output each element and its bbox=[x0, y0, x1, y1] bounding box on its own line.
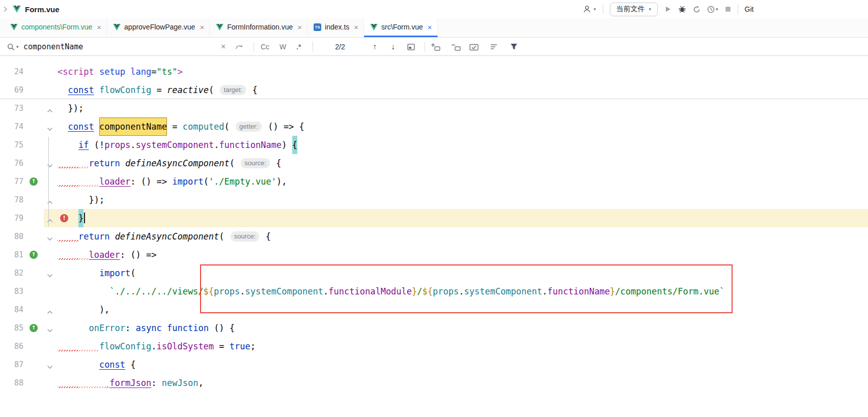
collaboration-button[interactable]: ▾ bbox=[583, 5, 596, 13]
code-line-79[interactable]: 79! } bbox=[0, 209, 868, 227]
typescript-file-icon: TS bbox=[314, 23, 321, 31]
code-line-86[interactable]: 86 flowConfig.isOldSystem = true; bbox=[0, 337, 868, 355]
code-token bbox=[94, 81, 99, 99]
code-token bbox=[58, 337, 99, 355]
search-input[interactable] bbox=[23, 38, 217, 56]
close-icon[interactable]: × bbox=[97, 23, 101, 32]
navigate-up-icon[interactable]: ↑ bbox=[30, 251, 38, 259]
code-token: async bbox=[136, 319, 162, 337]
line-number: 81 bbox=[0, 246, 23, 264]
remove-occurrence-button[interactable] bbox=[451, 38, 461, 56]
code-token: const bbox=[99, 355, 125, 374]
close-icon[interactable]: × bbox=[297, 23, 302, 32]
code-token: functionalModule bbox=[328, 282, 412, 301]
tab-label: src\Form.vue bbox=[381, 23, 423, 31]
code-token: ( bbox=[230, 154, 240, 172]
line-number: 76 bbox=[0, 154, 23, 172]
run-history-button[interactable]: ▾ bbox=[707, 6, 718, 13]
code-line-82[interactable]: 82 import( bbox=[0, 264, 868, 282]
code-line-76[interactable]: 76 return defineAsyncComponent( source: … bbox=[0, 154, 868, 172]
code-token: ), bbox=[276, 172, 287, 191]
search-history-button[interactable]: ▾ bbox=[7, 38, 19, 56]
run-configuration-button[interactable]: 当前文件 ▾ bbox=[610, 3, 658, 16]
code-line-81[interactable]: 81↑ loader: () => bbox=[0, 246, 868, 264]
code-token: newJson bbox=[162, 374, 199, 392]
close-icon[interactable]: × bbox=[428, 23, 432, 32]
open-in-find-window-button[interactable] bbox=[407, 38, 415, 56]
regex-toggle[interactable]: .* bbox=[296, 38, 301, 56]
add-occurrence-button[interactable] bbox=[431, 38, 440, 56]
line-number: 86 bbox=[0, 337, 23, 355]
code-token: props bbox=[104, 136, 130, 154]
tab-src-form-vue[interactable]: src\Form.vue× bbox=[364, 18, 437, 37]
code-token: ( bbox=[219, 227, 229, 246]
code-line-80[interactable]: 80 return defineAsyncComponent( source: … bbox=[0, 227, 868, 246]
user-icon bbox=[583, 5, 593, 13]
tab-label: FormInformation.vue bbox=[227, 23, 293, 31]
tab-components-form-vue[interactable]: components\Form.vue× bbox=[4, 18, 107, 37]
run-button[interactable] bbox=[664, 6, 671, 13]
code-line-78[interactable]: 78 }); bbox=[0, 191, 868, 209]
code-token: const bbox=[68, 81, 94, 99]
code-token: defineAsyncComponent bbox=[115, 227, 219, 246]
code-token bbox=[58, 154, 89, 172]
code-token: functionName bbox=[547, 282, 610, 301]
fold-down-icon[interactable] bbox=[47, 271, 54, 276]
chevron-right-icon bbox=[3, 6, 8, 12]
git-menu[interactable]: Git bbox=[745, 5, 754, 13]
close-icon[interactable]: × bbox=[200, 23, 204, 32]
history-clock-icon bbox=[707, 6, 715, 13]
fold-down-icon[interactable] bbox=[47, 362, 54, 367]
code-token bbox=[58, 246, 89, 264]
search-scope-icon[interactable] bbox=[490, 38, 498, 56]
code-token bbox=[58, 172, 99, 191]
code-token: source: bbox=[231, 231, 260, 242]
fold-down-icon[interactable] bbox=[47, 124, 54, 129]
code-token: systemComponent bbox=[136, 136, 214, 154]
editor[interactable]: 24<script setup lang="ts">69 const flowC… bbox=[0, 56, 868, 417]
code-line-87[interactable]: 87 const { bbox=[0, 355, 868, 374]
next-occurrence-button[interactable]: ↓ bbox=[391, 38, 395, 56]
rerun-button[interactable] bbox=[693, 6, 701, 13]
code-line-74[interactable]: 74 const componentName = computed( gette… bbox=[0, 117, 868, 136]
code-token: flowConfig bbox=[99, 337, 151, 355]
code-text: const { bbox=[58, 355, 136, 374]
code-line-69[interactable]: 69 const flowConfig = reactive( target: … bbox=[0, 81, 868, 99]
code-token: systemComponent bbox=[464, 282, 542, 301]
code-text: const flowConfig = reactive( target: { bbox=[58, 81, 258, 99]
clear-search-icon[interactable]: × bbox=[221, 38, 226, 56]
words-toggle[interactable]: W bbox=[279, 38, 286, 56]
fold-down-icon[interactable] bbox=[47, 325, 54, 331]
tab-bar: components\Form.vue×approveFlowPage.vue×… bbox=[0, 18, 868, 38]
code-token: ( bbox=[204, 172, 209, 191]
tab-label: components\Form.vue bbox=[21, 23, 92, 31]
debug-button[interactable] bbox=[678, 5, 686, 13]
code-line-77[interactable]: 77↑ loader: () => import('./Empty.vue'), bbox=[0, 172, 868, 191]
tab-index-ts[interactable]: TSindex.ts× bbox=[307, 18, 364, 37]
newline-arrow-icon[interactable] bbox=[235, 38, 243, 56]
code-line-73[interactable]: 73 }); bbox=[0, 99, 868, 117]
navigate-up-icon[interactable]: ↑ bbox=[30, 324, 38, 332]
tab-approveflowpage-vue[interactable]: approveFlowPage.vue× bbox=[107, 18, 210, 37]
tab-forminformation-vue[interactable]: FormInformation.vue× bbox=[210, 18, 307, 37]
previous-occurrence-button[interactable]: ↑ bbox=[373, 38, 377, 56]
code-line-85[interactable]: 85↑ onError: async function () { bbox=[0, 319, 868, 337]
code-line-84[interactable]: 84 ), bbox=[0, 301, 868, 319]
filter-icon[interactable] bbox=[510, 38, 518, 56]
code-text: loader: () => import('./Empty.vue'), bbox=[58, 172, 287, 191]
code-line-24[interactable]: 24<script setup lang="ts"> bbox=[0, 63, 868, 81]
navigate-up-icon[interactable]: ↑ bbox=[30, 177, 38, 186]
code-text: if (!props.systemComponent.functionName)… bbox=[58, 136, 297, 154]
fold-up-icon[interactable] bbox=[47, 307, 54, 312]
code-line-88[interactable]: 88 formJson: newJson, bbox=[0, 374, 868, 392]
stop-button[interactable] bbox=[725, 6, 731, 12]
code-line-75[interactable]: 75 if (!props.systemComponent.functionNa… bbox=[0, 136, 868, 154]
select-all-occurrences-button[interactable] bbox=[469, 38, 479, 56]
match-case-toggle[interactable]: Cc bbox=[261, 38, 269, 56]
chevron-down-icon: ▾ bbox=[16, 44, 19, 49]
code-token: target: bbox=[220, 85, 246, 95]
fold-up-icon[interactable] bbox=[47, 106, 54, 111]
close-icon[interactable]: × bbox=[354, 23, 358, 32]
code-line-83[interactable]: 83 `./../../../views/${props.systemCompo… bbox=[0, 282, 868, 301]
fold-down-icon[interactable] bbox=[47, 234, 54, 239]
